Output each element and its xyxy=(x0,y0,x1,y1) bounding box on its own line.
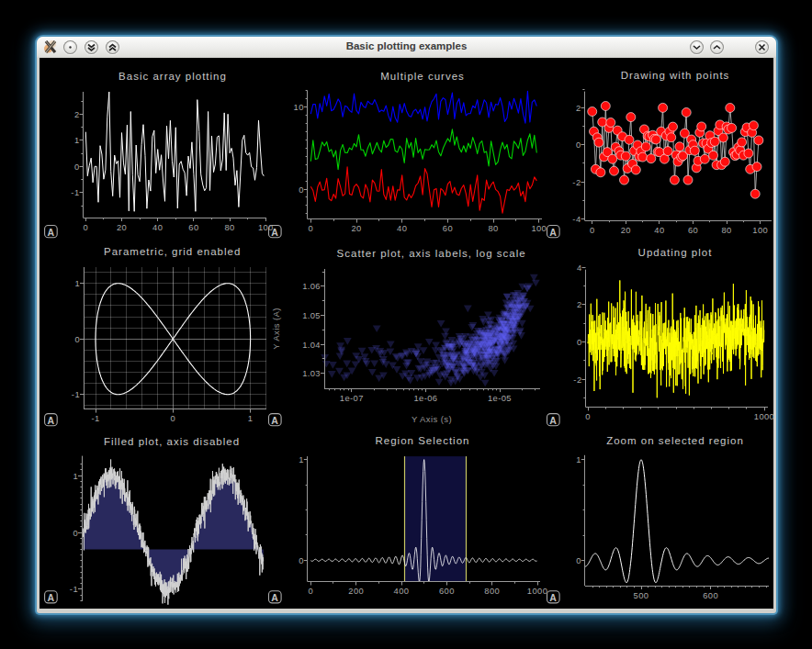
svg-text:0: 0 xyxy=(585,411,591,421)
svg-text:-1: -1 xyxy=(70,584,78,594)
svg-text:100: 100 xyxy=(752,225,768,235)
svg-text:0: 0 xyxy=(577,337,582,347)
svg-text:1: 1 xyxy=(576,454,581,464)
svg-text:60: 60 xyxy=(443,223,453,233)
svg-text:Parametric, grid enabled: Parametric, grid enabled xyxy=(104,246,241,257)
svg-text:A: A xyxy=(549,592,557,603)
svg-text:1e-07: 1e-07 xyxy=(340,393,364,403)
svg-text:1.05: 1.05 xyxy=(302,310,321,320)
svg-text:A: A xyxy=(549,415,557,426)
svg-text:800: 800 xyxy=(484,586,500,596)
svg-text:60: 60 xyxy=(688,225,698,235)
svg-text:500: 500 xyxy=(634,590,649,600)
svg-text:200: 200 xyxy=(348,586,364,596)
svg-text:80: 80 xyxy=(721,225,731,235)
svg-text:600: 600 xyxy=(439,586,455,596)
svg-text:20: 20 xyxy=(117,222,127,232)
svg-text:A: A xyxy=(47,592,54,603)
svg-text:0: 0 xyxy=(308,223,313,233)
svg-text:A: A xyxy=(271,592,278,603)
svg-text:20: 20 xyxy=(351,223,361,233)
svg-text:4: 4 xyxy=(577,263,582,273)
svg-text:1.06: 1.06 xyxy=(302,281,321,291)
svg-text:1: 1 xyxy=(74,278,80,288)
svg-text:1000: 1000 xyxy=(754,411,774,421)
svg-text:A: A xyxy=(271,415,278,426)
svg-text:1000: 1000 xyxy=(527,586,547,596)
svg-text:-1: -1 xyxy=(72,389,80,399)
svg-text:40: 40 xyxy=(397,223,407,233)
svg-text:0: 0 xyxy=(83,222,88,232)
svg-text:100: 100 xyxy=(531,223,547,233)
svg-text:0: 0 xyxy=(299,555,304,565)
svg-text:-2: -2 xyxy=(572,177,581,187)
svg-text:600: 600 xyxy=(703,590,718,600)
svg-text:40: 40 xyxy=(152,222,163,232)
svg-text:Basic array plotting: Basic array plotting xyxy=(118,71,227,82)
svg-text:400: 400 xyxy=(394,586,410,596)
svg-text:A: A xyxy=(47,415,54,426)
svg-text:0: 0 xyxy=(74,334,80,344)
svg-text:A: A xyxy=(271,227,278,238)
svg-text:-2: -2 xyxy=(573,375,581,385)
svg-text:1: 1 xyxy=(74,135,80,145)
svg-text:Drawing with points: Drawing with points xyxy=(621,70,730,81)
svg-text:0: 0 xyxy=(576,555,581,565)
svg-text:1: 1 xyxy=(73,471,78,481)
svg-text:A: A xyxy=(549,227,557,238)
svg-text:A: A xyxy=(47,227,54,238)
svg-text:60: 60 xyxy=(188,222,198,232)
svg-text:1e-05: 1e-05 xyxy=(488,393,512,403)
svg-text:Y Axis (A): Y Axis (A) xyxy=(271,308,281,350)
svg-text:1.03: 1.03 xyxy=(302,368,321,378)
svg-text:0: 0 xyxy=(74,162,80,172)
svg-text:-1: -1 xyxy=(91,413,99,423)
svg-text:Updating plot: Updating plot xyxy=(638,247,713,258)
svg-text:Region Selection: Region Selection xyxy=(376,435,470,446)
svg-text:0: 0 xyxy=(299,185,304,195)
svg-text:0: 0 xyxy=(308,586,313,596)
svg-text:2: 2 xyxy=(74,109,80,119)
svg-text:20: 20 xyxy=(621,225,631,235)
svg-text:Zoom on selected region: Zoom on selected region xyxy=(606,435,744,446)
svg-text:40: 40 xyxy=(654,225,664,235)
svg-text:1.04: 1.04 xyxy=(302,340,321,350)
svg-text:80: 80 xyxy=(224,222,234,232)
svg-text:-1: -1 xyxy=(71,187,79,197)
svg-text:1: 1 xyxy=(299,454,304,464)
svg-text:2: 2 xyxy=(577,299,582,309)
svg-text:2: 2 xyxy=(576,103,581,113)
svg-text:0: 0 xyxy=(590,225,595,235)
svg-text:Multiple curves: Multiple curves xyxy=(380,71,465,82)
svg-text:Filled plot, axis disabled: Filled plot, axis disabled xyxy=(104,436,240,447)
svg-text:1: 1 xyxy=(248,413,254,423)
svg-text:10: 10 xyxy=(294,102,304,112)
svg-text:0: 0 xyxy=(576,140,581,150)
svg-text:80: 80 xyxy=(488,223,498,233)
svg-text:1e-06: 1e-06 xyxy=(413,393,437,403)
svg-text:Scatter plot, axis labels, log: Scatter plot, axis labels, log scale xyxy=(337,248,526,259)
svg-text:-4: -4 xyxy=(572,214,581,224)
svg-text:0: 0 xyxy=(73,528,78,538)
svg-text:0: 0 xyxy=(170,413,175,423)
svg-text:Y Axis (s): Y Axis (s) xyxy=(412,414,452,424)
